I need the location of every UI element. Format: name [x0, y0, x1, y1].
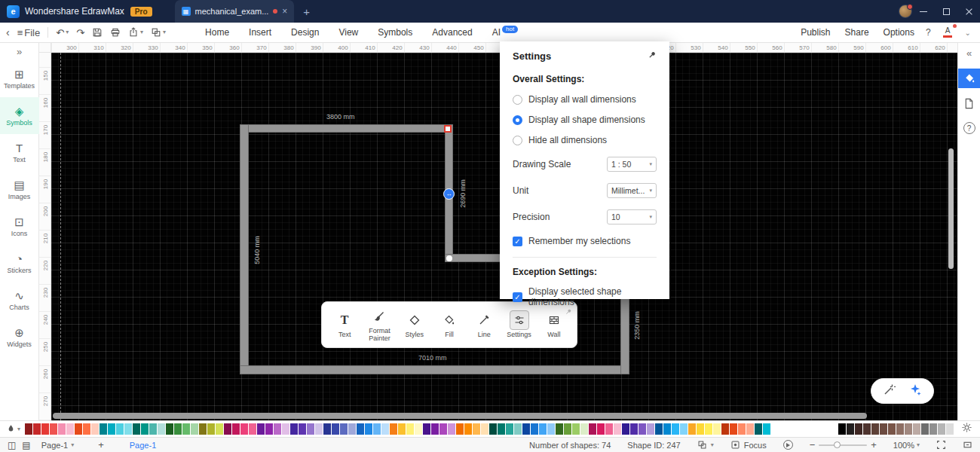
color-swatch[interactable] [713, 423, 721, 435]
color-swatch[interactable] [373, 423, 381, 435]
page-selector[interactable]: Page-1 ▾ [41, 441, 75, 450]
focus-toggle[interactable]: Focus [730, 440, 767, 450]
color-swatch[interactable] [323, 423, 331, 435]
sidebar-item-widgets[interactable]: ⊕Widgets [0, 319, 39, 356]
collapse-panel-icon[interactable]: « [966, 47, 972, 59]
color-swatch[interactable] [166, 423, 173, 435]
toolbar-item-settings[interactable]: Settings [504, 310, 534, 339]
color-swatch[interactable] [41, 423, 49, 435]
color-swatch[interactable] [539, 423, 547, 435]
radio-option[interactable]: Display all shape dimensions [513, 115, 657, 125]
color-swatch[interactable] [398, 423, 406, 435]
color-swatch[interactable] [100, 423, 107, 435]
color-swatch[interactable] [224, 423, 231, 435]
endpoint-handle[interactable] [446, 255, 452, 261]
color-swatch[interactable] [622, 423, 629, 435]
unit-dropdown[interactable]: Millimet...▾ [607, 183, 657, 198]
toolbar-item-fill[interactable]: Fill [434, 310, 464, 339]
publish-button[interactable]: Publish [798, 27, 830, 38]
color-swatch[interactable] [630, 423, 638, 435]
pages-overview-icon[interactable]: ◫ [8, 441, 16, 450]
radio-icon[interactable] [513, 136, 522, 145]
color-swatch[interactable] [589, 423, 596, 435]
color-swatch[interactable] [896, 423, 904, 435]
print-button[interactable] [110, 27, 121, 38]
share-button[interactable]: Share [842, 27, 869, 38]
color-swatch[interactable] [655, 423, 663, 435]
color-swatch[interactable] [580, 423, 588, 435]
palette-settings-gear-icon[interactable] [961, 422, 972, 436]
tab-close-icon[interactable]: × [282, 7, 287, 16]
color-swatch[interactable] [415, 423, 422, 435]
menu-advanced[interactable]: Advanced [432, 27, 472, 38]
color-swatch[interactable] [116, 423, 124, 435]
color-swatch[interactable] [431, 423, 439, 435]
toolbar-item-format-painter[interactable]: Format Painter [364, 307, 394, 343]
radio-option[interactable]: Display all wall dimensions [513, 94, 657, 105]
color-swatch[interactable] [207, 423, 215, 435]
theme-color-icon[interactable]: A [942, 27, 954, 38]
collapse-ribbon-icon[interactable]: ⌄ [965, 29, 971, 37]
color-swatch[interactable] [282, 423, 289, 435]
color-swatch[interactable] [75, 423, 82, 435]
color-swatch[interactable] [265, 423, 273, 435]
color-swatch[interactable] [913, 423, 920, 435]
sidebar-item-images[interactable]: ▤Images [0, 171, 39, 208]
color-swatch[interactable] [456, 423, 464, 435]
color-swatch[interactable] [182, 423, 190, 435]
zoom-level[interactable]: 100%▾ [893, 441, 920, 450]
sidebar-item-charts[interactable]: ∿Charts [0, 282, 39, 319]
color-swatch[interactable] [174, 423, 182, 435]
document-tab[interactable]: ▦ mechanical_exam... × [175, 0, 295, 23]
color-swatch[interactable] [473, 423, 480, 435]
color-swatch[interactable] [348, 423, 356, 435]
toolbar-item-line[interactable]: Line [469, 310, 499, 339]
back-arrow-icon[interactable]: ‹ [6, 27, 10, 38]
color-swatch[interactable] [697, 423, 704, 435]
redo-button[interactable]: ↷ [76, 28, 84, 38]
color-swatch[interactable] [921, 423, 929, 435]
color-swatch[interactable] [108, 423, 115, 435]
radio-option[interactable]: Hide all dimensions [513, 135, 657, 145]
drawing-scale-dropdown[interactable]: 1 : 50▾ [607, 157, 657, 172]
menu-symbols[interactable]: Symbols [378, 27, 412, 38]
color-swatch[interactable] [522, 423, 530, 435]
color-swatch[interactable] [721, 423, 729, 435]
menu-view[interactable]: View [338, 27, 358, 38]
color-swatch[interactable] [124, 423, 132, 435]
minimize-button[interactable] [912, 0, 935, 23]
toolbar-item-styles[interactable]: Styles [400, 310, 430, 339]
color-swatch[interactable] [50, 423, 57, 435]
color-swatch[interactable] [946, 423, 954, 435]
ai-sparkle-button[interactable] [909, 383, 921, 399]
color-swatch[interactable] [763, 423, 770, 435]
color-swatch[interactable] [498, 423, 505, 435]
zoom-in-button[interactable]: + [871, 439, 877, 450]
sidebar-item-templates[interactable]: ⊞Templates [0, 60, 39, 97]
color-swatch[interactable] [605, 423, 613, 435]
page-list-icon[interactable]: ▤ [22, 441, 30, 450]
remember-selections-checkbox-row[interactable]: ✓ Remember my selections [513, 236, 657, 246]
close-button[interactable] [957, 0, 980, 23]
color-swatch[interactable] [448, 423, 455, 435]
display-selected-dimensions-checkbox-row[interactable]: ✓ Display selected shape dimensions [513, 286, 657, 307]
color-swatch[interactable] [232, 423, 240, 435]
menu-ai[interactable]: AIhot [492, 27, 518, 38]
precision-dropdown[interactable]: 10▾ [607, 209, 657, 224]
color-swatch[interactable] [838, 423, 846, 435]
selection-handle-red[interactable] [444, 125, 452, 133]
sidebar-item-icons[interactable]: ⊡Icons [0, 208, 39, 245]
color-swatch[interactable] [83, 423, 90, 435]
sidebar-item-stickers[interactable]: ◔Stickers [0, 245, 39, 282]
color-swatch[interactable] [357, 423, 364, 435]
file-menu[interactable]: ≡ File [17, 28, 41, 38]
save-button[interactable] [92, 27, 103, 38]
zoom-out-button[interactable]: − [810, 439, 816, 450]
color-swatch[interactable] [855, 423, 862, 435]
help-panel-icon[interactable]: ? [963, 122, 975, 134]
color-swatch[interactable] [905, 423, 912, 435]
add-page-button[interactable]: + [98, 439, 104, 450]
color-swatch[interactable] [888, 423, 896, 435]
color-swatch[interactable] [672, 423, 679, 435]
color-swatch[interactable] [547, 423, 555, 435]
